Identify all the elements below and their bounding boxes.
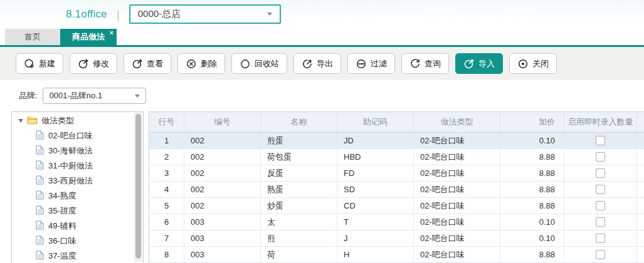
col-header-name[interactable]: 名称 [261, 112, 337, 132]
tab-home[interactable]: 首页 [5, 29, 60, 45]
tree-item[interactable]: 31-中厨做法 [12, 158, 143, 173]
delete-button-label: 删除 [201, 58, 217, 70]
cell-method-type: 02-吧台口味 [414, 198, 500, 214]
cell-mnemonic: CD [337, 198, 414, 214]
tree-item[interactable]: 02-吧台口味 [12, 128, 143, 143]
document-icon [36, 235, 44, 247]
close-button[interactable]: 关闭 [509, 53, 557, 74]
col-header-code[interactable]: 编号 [184, 112, 261, 132]
cell-filler [637, 247, 644, 262]
tree-item[interactable]: 33-西厨做法 [12, 173, 143, 188]
tree-item[interactable]: 36-口味 [12, 234, 143, 249]
tree-item-label: 35-甜度 [48, 205, 77, 217]
store-select[interactable]: 0000-总店 [129, 4, 281, 24]
cell-line-no: 1 [149, 133, 184, 148]
table-row[interactable]: 4 002 熟蛋 SD 02-吧台口味 8.88 [149, 182, 644, 198]
tree-root-label: 做法类型 [41, 115, 74, 126]
col-header-line-no[interactable]: 行号 [149, 112, 184, 132]
cell-code: 002 [184, 198, 261, 214]
table-row[interactable]: 8 003 荷 H 02-吧台口味 8.88 [149, 247, 644, 263]
cell-instant-qty [564, 230, 637, 246]
view-circle-icon [132, 58, 143, 70]
cell-code: 003 [184, 230, 261, 246]
cell-mnemonic: H [337, 247, 414, 262]
content-area: 做法类型 02-吧台口味 30-海鲜做法 31-中厨做法 [0, 111, 644, 263]
tree-scrollbar [134, 113, 142, 262]
brand-select-value: 0001-品牌no.1 [50, 90, 103, 101]
tree-item-label: 49-辅料 [48, 220, 77, 232]
cell-instant-qty [564, 182, 637, 197]
instant-qty-checkbox[interactable] [596, 185, 605, 194]
brand-label: 品牌: [19, 90, 38, 101]
filter-button[interactable]: 过滤 [347, 53, 395, 74]
tree-root-method-types[interactable]: 做法类型 [12, 113, 143, 128]
instant-qty-checkbox[interactable] [596, 168, 605, 178]
view-button-label: 查看 [147, 58, 163, 70]
cell-name: 炒蛋 [261, 198, 337, 214]
filter-button-label: 过滤 [371, 58, 387, 70]
instant-qty-checkbox[interactable] [596, 152, 605, 162]
import-button[interactable]: 导入 [455, 53, 503, 74]
instant-qty-checkbox[interactable] [596, 250, 605, 259]
col-header-mnemonic[interactable]: 助记码 [337, 112, 414, 132]
table-row[interactable]: 3 002 反蛋 FD 02-吧台口味 8.88 [149, 165, 644, 182]
cell-name: 荷 [261, 247, 337, 262]
cell-name: 太 [261, 214, 337, 230]
table-row[interactable]: 1 002 煎蛋 JD 02-吧台口味 0.10 [149, 133, 644, 149]
title-bar: 8.1office | 0000-总店 [0, 0, 644, 28]
edit-circle-icon [78, 58, 89, 70]
query-button[interactable]: 查询 [401, 53, 449, 74]
tree-expand-icon[interactable] [18, 119, 23, 123]
document-icon [36, 190, 44, 202]
tree-item-label: 34-熟度 [48, 190, 77, 202]
cell-code: 002 [184, 165, 261, 181]
brand-select[interactable]: 0001-品牌no.1 [43, 88, 146, 104]
edit-button[interactable]: 修改 [70, 53, 117, 74]
cell-instant-qty [564, 247, 637, 262]
cell-instant-qty [564, 214, 637, 230]
cell-method-type: 02-吧台口味 [414, 247, 500, 262]
col-header-filler [637, 112, 644, 132]
instant-qty-checkbox[interactable] [596, 217, 605, 227]
cell-markup: 0.10 [500, 230, 564, 246]
instant-qty-checkbox[interactable] [596, 234, 605, 243]
tree-scrollbar-thumb[interactable] [135, 114, 141, 259]
new-button[interactable]: 新建 [16, 53, 63, 74]
tree-item[interactable]: 49-辅料 [12, 219, 143, 234]
cell-code: 002 [184, 149, 261, 165]
table-row[interactable]: 7 003 煎 J 02-吧台口味 0.10 [149, 230, 644, 247]
cell-instant-qty [564, 149, 637, 165]
col-header-instant-qty[interactable]: 启用即时录入数量 [564, 112, 637, 132]
instant-qty-checkbox[interactable] [596, 136, 605, 145]
add-circle-icon [24, 58, 35, 70]
recycle-bin-button[interactable]: 回收站 [231, 53, 287, 74]
delete-button[interactable]: 删除 [177, 53, 225, 74]
table-row[interactable]: 5 002 炒蛋 CD 02-吧台口味 8.88 [149, 198, 644, 214]
table-row[interactable]: 6 003 太 T 02-吧台口味 0.10 [149, 214, 644, 230]
export-button[interactable]: 导出 [293, 53, 341, 74]
cell-filler [637, 214, 644, 230]
tree-item[interactable]: 37-温度 [12, 249, 143, 263]
col-header-method-type[interactable]: 做法类型 [414, 112, 500, 132]
tree-item[interactable]: 34-熟度 [12, 188, 143, 204]
folder-icon [27, 116, 38, 126]
cell-markup: 8.88 [500, 182, 564, 197]
import-circle-icon [463, 58, 475, 70]
table-row[interactable]: 2 002 荷包蛋 HBD 02-吧台口味 8.88 [149, 149, 644, 165]
instant-qty-checkbox[interactable] [596, 201, 605, 210]
cell-code: 002 [184, 182, 261, 197]
tree-item[interactable]: 30-海鲜做法 [12, 143, 143, 158]
tab-product-methods-label: 商品做法 [72, 31, 105, 43]
query-button-label: 查询 [425, 58, 441, 70]
view-button[interactable]: 查看 [124, 53, 171, 74]
document-icon [36, 160, 44, 172]
tab-close-icon[interactable]: × [110, 29, 113, 36]
new-button-label: 新建 [39, 58, 55, 70]
filter-row: 品牌: 0001-品牌no.1 [0, 80, 644, 111]
tab-product-methods[interactable]: 商品做法 × [60, 29, 117, 45]
cell-method-type: 02-吧台口味 [414, 165, 500, 181]
tree-item[interactable]: 35-甜度 [12, 204, 143, 219]
col-header-markup[interactable]: 加价 [500, 112, 564, 132]
filter-circle-icon [356, 58, 367, 70]
cell-filler [637, 149, 644, 165]
